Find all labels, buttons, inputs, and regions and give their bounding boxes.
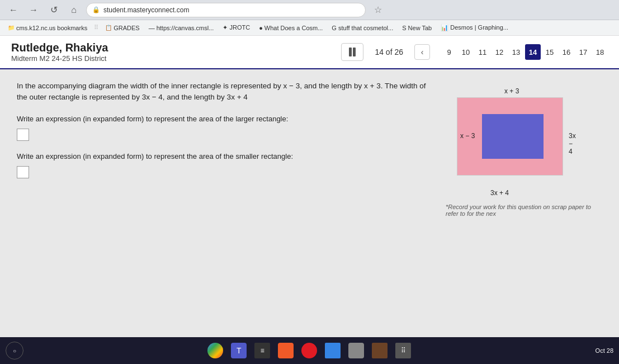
taskbar-orange-icon[interactable] bbox=[276, 341, 296, 361]
browser-titlebar: ← → ↺ ⌂ 🔒 student.masteryconnect.com ☆ bbox=[0, 0, 619, 20]
bookmark-stuff[interactable]: G stuff that cosmetol... bbox=[328, 23, 396, 32]
answer2-label: Write an expression (in expanded form) t… bbox=[17, 152, 429, 160]
pause-bar-left bbox=[349, 48, 352, 56]
page-indicator: 14 of 26 bbox=[375, 48, 403, 56]
taskbar-cam-icon[interactable] bbox=[346, 341, 366, 361]
reload-button[interactable]: ↺ bbox=[46, 2, 62, 18]
pause-bar-right bbox=[353, 48, 356, 56]
label-top: x + 3 bbox=[504, 87, 519, 95]
taskbar-time: Oct 28 bbox=[596, 347, 613, 354]
bookmark-star-button[interactable]: ☆ bbox=[370, 2, 386, 18]
page-num-17[interactable]: 17 bbox=[575, 44, 591, 60]
page-num-15[interactable]: 15 bbox=[542, 44, 557, 60]
grades-icon: 📋 bbox=[105, 25, 112, 31]
red-app-icon bbox=[301, 343, 317, 358]
bookmark-desmos-label: 📊 Desmos | Graphing... bbox=[441, 24, 508, 31]
file-explorer-icon: ≡ bbox=[254, 343, 270, 358]
browser-frame: ← → ↺ ⌂ 🔒 student.masteryconnect.com ☆ 📁… bbox=[0, 0, 619, 364]
page-num-18[interactable]: 18 bbox=[592, 44, 608, 60]
question-text: In the accompanying diagram the width of… bbox=[17, 81, 429, 103]
bookmark-newtab[interactable]: S New Tab bbox=[399, 23, 435, 32]
prev-page-button[interactable]: ‹ bbox=[414, 44, 430, 60]
taskbar-teams-icon[interactable]: T bbox=[229, 341, 249, 361]
bookmark-jrotc-label: ✦ JROTC bbox=[223, 24, 250, 31]
page-num-10[interactable]: 10 bbox=[458, 44, 474, 60]
back-button[interactable]: ← bbox=[6, 2, 21, 18]
grid-app-icon: ⠿ bbox=[395, 343, 411, 358]
lock-icon: 🔒 bbox=[92, 6, 100, 13]
bookmarks-bar: 📁 cms.k12.nc.us bookmarks ⠿ 📋 GRADES — h… bbox=[0, 20, 619, 36]
taskbar-red-icon[interactable] bbox=[299, 341, 319, 361]
taskbar-file-icon[interactable]: ≡ bbox=[252, 341, 272, 361]
address-text: student.masteryconnect.com bbox=[103, 6, 189, 14]
page-num-11[interactable]: 11 bbox=[475, 44, 490, 60]
page-num-14[interactable]: 14 bbox=[525, 44, 541, 60]
home-button[interactable]: ⌂ bbox=[66, 2, 82, 18]
inner-rectangle bbox=[482, 114, 544, 159]
forward-button[interactable]: → bbox=[26, 2, 41, 18]
bookmark-grades[interactable]: 📋 GRADES bbox=[102, 23, 143, 32]
content-area: Rutledge, Rhakiya Midterm M2 24-25 HS Di… bbox=[0, 36, 619, 364]
brown-app-icon bbox=[372, 343, 388, 358]
diagram-container: x + 3 x − 3 3x − 4 3x + 4 *Record your w… bbox=[446, 81, 602, 337]
bookmark-jrotc[interactable]: ✦ JROTC bbox=[219, 23, 253, 32]
bookmark-cms[interactable]: 📁 cms.k12.nc.us bookmarks bbox=[4, 23, 91, 32]
student-info: Rutledge, Rhakiya Midterm M2 24-25 HS Di… bbox=[11, 41, 330, 63]
chrome-logo-icon bbox=[207, 343, 223, 358]
answer1-label: Write an expression (in expanded form) t… bbox=[17, 115, 429, 123]
student-name: Rutledge, Rhakiya bbox=[11, 41, 330, 54]
label-right: 3x − 4 bbox=[569, 132, 576, 155]
page-num-12[interactable]: 12 bbox=[492, 44, 507, 60]
bookmark-desmos[interactable]: 📊 Desmos | Graphing... bbox=[437, 23, 512, 32]
taskbar: ○ T ≡ bbox=[0, 337, 619, 364]
bookmark-stuff-label: G stuff that cosmetol... bbox=[332, 25, 393, 31]
bookmark-newtab-label: S New Tab bbox=[402, 25, 432, 31]
page-num-16[interactable]: 16 bbox=[559, 44, 574, 60]
label-bottom: 3x + 4 bbox=[490, 189, 509, 197]
address-bar[interactable]: 🔒 student.masteryconnect.com bbox=[86, 3, 366, 17]
taskbar-grid-icon[interactable]: ⠿ bbox=[393, 341, 413, 361]
folder-icon: 📁 bbox=[8, 25, 15, 31]
taskbar-start-button[interactable]: ○ bbox=[6, 342, 23, 360]
answer2-input-box[interactable] bbox=[17, 166, 29, 178]
taskbar-blue-icon[interactable] bbox=[323, 341, 343, 361]
question-header: Rutledge, Rhakiya Midterm M2 24-25 HS Di… bbox=[0, 36, 619, 69]
question-body: In the accompanying diagram the width of… bbox=[0, 69, 619, 348]
taskbar-chrome-icon[interactable] bbox=[205, 341, 225, 361]
question-left: In the accompanying diagram the width of… bbox=[17, 81, 429, 337]
teams-logo-icon: T bbox=[231, 343, 247, 358]
diagram-note: *Record your work for this question on s… bbox=[446, 204, 602, 217]
taskbar-icons: T ≡ ⠿ bbox=[28, 341, 591, 361]
page-num-13[interactable]: 13 bbox=[508, 44, 524, 60]
blue-app-icon bbox=[325, 343, 341, 358]
orange-app-icon bbox=[278, 343, 294, 358]
diagram-wrapper: x + 3 x − 3 3x − 4 3x + 4 *Record your w… bbox=[446, 86, 602, 217]
page-num-9[interactable]: 9 bbox=[441, 44, 457, 60]
bookmark-divider: ⠿ bbox=[94, 24, 98, 31]
bookmark-cosm-label: ● What Does a Cosm... bbox=[259, 25, 323, 31]
bookmark-grades-label: GRADES bbox=[114, 25, 139, 31]
bookmark-canvas[interactable]: — https://canvas.cmsl... bbox=[145, 23, 218, 32]
student-subtitle: Midterm M2 24-25 HS District bbox=[11, 54, 330, 63]
answer-section-2: Write an expression (in expanded form) t… bbox=[17, 152, 429, 178]
page-numbers: 9 10 11 12 13 14 15 16 17 18 bbox=[441, 44, 608, 60]
rect-diagram: x + 3 x − 3 3x − 4 3x + 4 bbox=[446, 86, 574, 187]
label-left: x − 3 bbox=[460, 132, 475, 140]
answer1-input-box[interactable] bbox=[17, 129, 29, 141]
taskbar-brown-icon[interactable] bbox=[370, 341, 390, 361]
pause-button[interactable] bbox=[341, 43, 363, 61]
answer-section-1: Write an expression (in expanded form) t… bbox=[17, 115, 429, 141]
bookmark-cms-label: cms.k12.nc.us bookmarks bbox=[16, 25, 87, 31]
bookmark-canvas-label: — https://canvas.cmsl... bbox=[149, 25, 214, 31]
bookmark-cosm[interactable]: ● What Does a Cosm... bbox=[256, 23, 326, 32]
camera-app-icon bbox=[348, 343, 364, 358]
